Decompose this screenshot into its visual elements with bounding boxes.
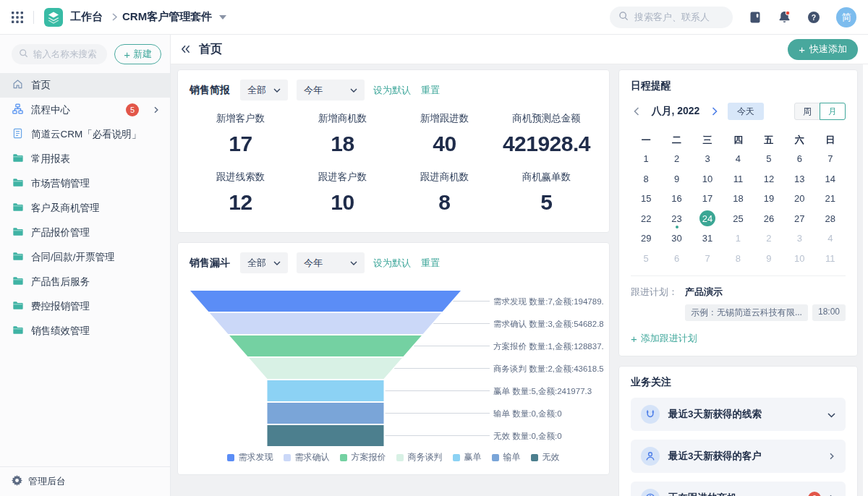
calendar-day[interactable]: 31 (692, 228, 723, 249)
business-focus-item[interactable]: 最近3天新获得的线索 (631, 398, 846, 431)
calendar-day[interactable]: 1 (631, 149, 661, 169)
legend-item[interactable]: 需求确认 (284, 451, 329, 463)
calendar-day[interactable]: 21 (815, 189, 846, 209)
calendar-day[interactable]: 15 (631, 189, 661, 209)
calendar-day[interactable]: 9 (661, 169, 692, 189)
funnel-period-select[interactable]: 今年 (297, 252, 365, 273)
contacts-book-icon[interactable] (749, 11, 762, 24)
calendar-day[interactable]: 13 (784, 169, 814, 189)
calendar-day[interactable]: 8 (631, 169, 661, 189)
sidebar-search-input[interactable]: 输入名称来搜索 (12, 44, 107, 64)
chevron-right-icon[interactable] (828, 492, 835, 496)
week-toggle-button[interactable]: 周 (794, 103, 820, 120)
notifications-bell-icon[interactable] (778, 10, 791, 24)
help-icon[interactable]: ? (807, 11, 820, 24)
calendar-day[interactable]: 11 (815, 249, 846, 269)
month-toggle-button[interactable]: 月 (820, 103, 846, 120)
add-follow-plan-link[interactable]: + 添加跟进计划 (631, 332, 697, 345)
funnel-reset-link[interactable]: 重置 (421, 257, 440, 270)
legend-item[interactable]: 方案报价 (340, 451, 386, 463)
calendar-day[interactable]: 28 (815, 209, 846, 229)
calendar-day[interactable]: 1 (723, 228, 753, 249)
quick-add-button[interactable]: + 快速添加 (788, 39, 858, 60)
calendar-day[interactable]: 8 (723, 249, 753, 269)
business-focus-item[interactable]: 最近3天新获得的客户 (631, 440, 846, 473)
funnel-segment-需求确认[interactable] (210, 313, 441, 334)
calendar-day[interactable]: 5 (754, 149, 784, 169)
legend-item[interactable]: 需求发现 (227, 451, 273, 463)
calendar-day[interactable]: 3 (692, 149, 723, 169)
scrollbar-track[interactable] (863, 64, 868, 496)
calendar-day[interactable]: 6 (661, 249, 692, 269)
calendar-day[interactable]: 17 (692, 189, 723, 209)
legend-item[interactable]: 无效 (531, 451, 559, 463)
calendar-day[interactable]: 25 (723, 209, 753, 229)
calendar-day[interactable]: 30 (661, 228, 692, 249)
calendar-day-selected[interactable]: 24 (692, 209, 723, 229)
sidebar-item[interactable]: 流程中心5 (0, 98, 170, 122)
funnel-segment-商务谈判[interactable] (249, 358, 402, 379)
calendar-day[interactable]: 29 (631, 228, 661, 249)
calendar-day[interactable]: 23 (661, 209, 692, 229)
prev-month-icon[interactable] (631, 106, 642, 117)
sales-brief-period-select[interactable]: 今年 (297, 80, 365, 101)
sidebar-item[interactable]: 常用报表 (0, 147, 170, 171)
calendar-day[interactable]: 4 (815, 228, 846, 249)
legend-item[interactable]: 赢单 (453, 451, 481, 463)
workspace-label[interactable]: 工作台 (70, 10, 103, 24)
calendar-day[interactable]: 7 (815, 149, 846, 169)
calendar-day[interactable]: 3 (784, 228, 814, 249)
calendar-day[interactable]: 12 (754, 169, 784, 189)
calendar-day[interactable]: 11 (723, 169, 753, 189)
calendar-day[interactable]: 2 (754, 228, 784, 249)
sidebar-item[interactable]: 产品售后服务 (0, 270, 170, 294)
calendar-day[interactable]: 7 (692, 249, 723, 269)
sidebar-item-admin[interactable]: 管理后台 (0, 466, 170, 496)
calendar-day[interactable]: 10 (692, 169, 723, 189)
legend-item[interactable]: 商务谈判 (396, 451, 442, 463)
calendar-day[interactable]: 27 (784, 209, 814, 229)
follow-plan-name[interactable]: 产品演示 (685, 286, 846, 299)
app-logo-icon[interactable] (44, 8, 63, 27)
user-avatar[interactable]: 简 (836, 7, 856, 27)
sidebar-item[interactable]: 费控报销管理 (0, 294, 170, 319)
sales-brief-scope-select[interactable]: 全部 (240, 80, 288, 101)
funnel-segment-输单[interactable] (267, 403, 383, 424)
sidebar-item[interactable]: 市场营销管理 (0, 171, 170, 196)
sidebar-item[interactable]: 合同/回款/开票管理 (0, 245, 170, 270)
calendar-day[interactable]: 10 (784, 249, 814, 269)
chevron-right-icon[interactable] (153, 106, 160, 114)
calendar-day[interactable]: 22 (631, 209, 661, 229)
calendar-day[interactable]: 20 (784, 189, 814, 209)
legend-item[interactable]: 输单 (492, 451, 520, 463)
calendar-day[interactable]: 9 (754, 249, 784, 269)
next-month-icon[interactable] (709, 106, 720, 117)
calendar-day[interactable]: 26 (754, 209, 784, 229)
calendar-day[interactable]: 14 (815, 169, 846, 189)
collapse-sidebar-icon[interactable] (181, 45, 190, 54)
sales-brief-reset-link[interactable]: 重置 (421, 84, 440, 97)
calendar-day[interactable]: 18 (723, 189, 753, 209)
today-button[interactable]: 今天 (728, 103, 764, 120)
funnel-segment-无效[interactable] (267, 425, 383, 446)
calendar-day[interactable]: 16 (661, 189, 692, 209)
funnel-scope-select[interactable]: 全部 (240, 252, 288, 273)
sidebar-item[interactable]: 销售绩效管理 (0, 319, 170, 343)
funnel-segment-赢单[interactable] (267, 380, 383, 401)
apps-grid-icon[interactable] (12, 12, 23, 23)
sidebar-item[interactable]: 客户及商机管理 (0, 196, 170, 221)
sidebar-item[interactable]: 产品报价管理 (0, 221, 170, 245)
business-focus-item[interactable]: 正在跟进的商机9 (631, 482, 846, 496)
app-title[interactable]: CRM客户管理套件 (122, 10, 212, 24)
app-caret-down-icon[interactable] (219, 15, 226, 20)
sidebar-item[interactable]: 首页 (0, 73, 170, 98)
calendar-day[interactable]: 4 (723, 149, 753, 169)
calendar-day[interactable]: 5 (631, 249, 661, 269)
new-button[interactable]: + 新建 (114, 44, 161, 64)
calendar-day[interactable]: 19 (754, 189, 784, 209)
sidebar-item[interactable]: 简道云CRM「必看说明」 (0, 122, 170, 147)
funnel-set-default-link[interactable]: 设为默认 (373, 257, 411, 270)
chevron-down-icon[interactable] (827, 408, 835, 421)
sales-brief-set-default-link[interactable]: 设为默认 (373, 84, 411, 97)
calendar-day[interactable]: 2 (661, 149, 692, 169)
